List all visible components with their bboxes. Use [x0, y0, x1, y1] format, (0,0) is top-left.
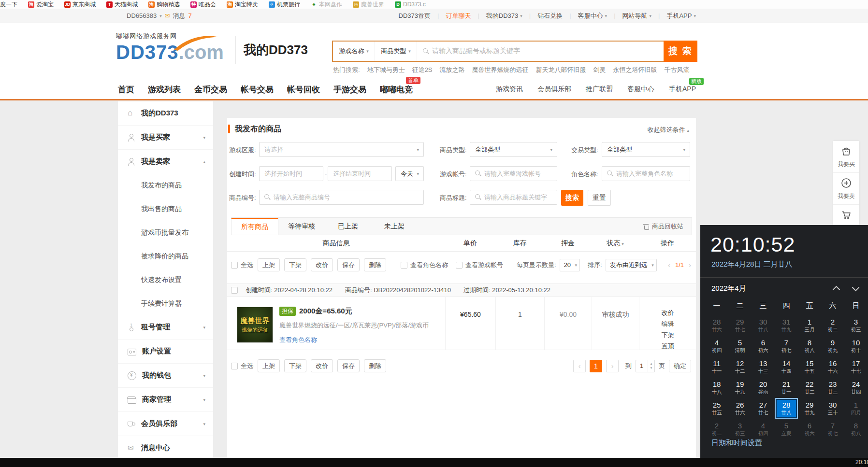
product-tab[interactable]: 所有商品 [231, 218, 278, 235]
hot-keyword-link[interactable]: 流放之路 [440, 66, 465, 74]
calendar-next-month-icon[interactable] [852, 284, 860, 292]
calendar-day-cell[interactable]: 10 初十 [844, 336, 868, 356]
row-checkbox[interactable] [231, 287, 238, 294]
hot-keyword-link[interactable]: 魔兽世界燃烧的远征 [472, 66, 529, 74]
bookmark-item[interactable]: ♣ 本网盘作 [311, 0, 342, 9]
calendar-day-cell[interactable]: 19 十九 [728, 377, 752, 398]
calendar-day-cell[interactable]: 30 廿八 [752, 315, 775, 336]
select-all-checkbox[interactable] [231, 363, 238, 369]
bulk-action-button[interactable]: 删除 [364, 359, 386, 372]
search-input[interactable]: 请输入商品编号或标题关键字 [417, 47, 664, 56]
per-page-select[interactable]: 20 [560, 259, 580, 271]
bulk-action-button[interactable]: 上架 [258, 258, 280, 271]
sidebar-item[interactable]: 商家管理 [118, 387, 213, 411]
nav-secondary-item[interactable]: 游戏资讯 [496, 85, 523, 94]
sort-select[interactable]: 发布由近到远 [606, 259, 657, 271]
sidebar-item[interactable]: 被求降价的商品 [118, 244, 213, 268]
user-bar-link[interactable]: 订单聊天 [431, 12, 471, 20]
product-tab[interactable]: 等待审核 [278, 218, 325, 235]
calendar-day-cell[interactable]: 5 清明 [728, 336, 752, 356]
calendar-day-cell[interactable]: 8 初八 [798, 336, 821, 356]
calendar-day-cell[interactable]: 30 三十 [821, 398, 844, 419]
cart-button[interactable] [833, 204, 859, 226]
sidebar-item[interactable]: 快速发布设置 [118, 268, 213, 292]
product-tab[interactable]: 未上架 [371, 218, 418, 235]
calendar-prev-month-icon[interactable] [833, 286, 840, 294]
nav-item[interactable]: 帐号回收 [287, 84, 320, 95]
sidebar-item[interactable]: 游戏币批量发布 [118, 221, 213, 244]
hot-keyword-link[interactable]: 征途2S [412, 66, 433, 74]
prev-page-button[interactable]: ‹ [573, 360, 586, 372]
sidebar-item[interactable]: 手续费计算器 [118, 292, 213, 315]
role-name-input[interactable]: 请输入完整角色名称 [602, 166, 690, 181]
calendar-day-cell[interactable]: 16 十六 [821, 356, 844, 377]
nav-item[interactable]: 首页 [118, 84, 134, 95]
taskbar-clock[interactable]: 20:10 [855, 459, 868, 466]
username[interactable]: DD656383 [127, 12, 157, 19]
calendar-day-cell[interactable]: 4 初四 [705, 336, 728, 356]
calendar-day-cell[interactable]: 6 初六 [798, 419, 821, 439]
view-account-checkbox[interactable] [456, 262, 463, 269]
calendar-day-cell[interactable]: 2 初二 [821, 315, 844, 336]
nav-secondary-item[interactable]: 客服中心 [627, 85, 654, 94]
quick-date-select[interactable]: 今天 [395, 166, 424, 181]
calendar-day-cell[interactable]: 7 初七 [775, 336, 798, 356]
bookmark-item[interactable]: T 天猫商城 [106, 0, 138, 9]
calendar-month-label[interactable]: 2022年4月 [711, 284, 746, 293]
sidebar-item[interactable]: 我的DD373 [118, 101, 213, 125]
product-action-link[interactable]: 置顶 [662, 342, 674, 351]
bulk-action-button[interactable]: 保存 [337, 359, 360, 372]
next-page-button[interactable]: › [606, 360, 619, 372]
bookmark-item[interactable]: ✈ 机票旅行 [269, 0, 300, 9]
collapse-filters-link[interactable]: 收起筛选条件 [647, 126, 689, 134]
calendar-day-cell[interactable]: 22 廿二 [798, 377, 821, 398]
recycle-bin-link[interactable]: 商品回收站 [643, 222, 683, 231]
calendar-day-cell[interactable]: 11 十一 [705, 356, 728, 377]
sidebar-item[interactable]: 我是买家 [118, 125, 213, 149]
user-bar-link[interactable]: 钻石兑换 [522, 12, 563, 20]
calendar-day-cell[interactable]: 25 廿五 [705, 398, 728, 419]
prev-page-arrow[interactable]: ‹ [668, 261, 670, 269]
dd373-logo[interactable]: 嘟嘟网络游戏服务网 DD373.com [116, 32, 232, 63]
select-all-checkbox[interactable] [231, 262, 238, 269]
user-bar-link[interactable]: 我的DD373 ▾ [471, 12, 522, 20]
calendar-day-cell[interactable]: 2 初二 [705, 419, 728, 439]
sidebar-item[interactable]: 我出售的商品 [118, 197, 213, 221]
product-action-link[interactable]: 下架 [662, 331, 674, 340]
trade-type-select[interactable]: 全部类型 [602, 142, 690, 157]
user-bar-link[interactable]: 客服中心 ▾ [563, 12, 607, 20]
bulk-action-button[interactable]: 改价 [311, 258, 333, 271]
bulk-action-button[interactable]: 改价 [311, 359, 333, 372]
bulk-action-button[interactable]: 下架 [284, 258, 306, 271]
calendar-day-cell[interactable]: 7 初七 [821, 419, 844, 439]
view-role-checkbox[interactable] [401, 262, 407, 269]
nav-item[interactable]: 嘟嘟电竞 首单 [380, 84, 413, 95]
bookmark-item[interactable]: 淘 购物精选 [148, 0, 180, 9]
product-sn-input[interactable]: 请输入完整商品编号 [259, 190, 424, 205]
message-count-badge[interactable]: 7 [188, 12, 192, 19]
game-area-select[interactable]: 请选择 [259, 142, 424, 157]
bookmark-item[interactable]: 度一下 [0, 0, 17, 9]
end-time-input[interactable]: 选择结束时间 [328, 166, 392, 181]
calendar-day-cell[interactable]: 15 十五 [798, 356, 821, 377]
calendar-day-cell[interactable]: 13 十三 [752, 356, 775, 377]
calendar-day-cell[interactable]: 27 廿七 [752, 398, 775, 419]
game-account-input[interactable]: 请输入完整游戏帐号 [470, 166, 557, 181]
calendar-day-cell[interactable]: 28 廿六 [705, 315, 728, 336]
calendar-day-cell[interactable]: 18 十八 [705, 377, 728, 398]
product-action-link[interactable]: 编辑 [662, 320, 674, 328]
sidebar-item[interactable]: 我发布的商品 [118, 173, 213, 197]
bookmark-item[interactable]: JD 京东商城 [64, 0, 96, 9]
page-number-input[interactable]: 1 ▲▼ [636, 360, 655, 372]
nav-item[interactable]: 金币交易 [194, 84, 227, 95]
current-page-button[interactable]: 1 [590, 360, 602, 372]
calendar-day-cell[interactable]: 8 初八 [844, 419, 868, 439]
sidebar-item[interactable]: 我的钱包 [118, 363, 213, 387]
product-title-input[interactable]: 请输入商品标题关键字 [470, 190, 557, 205]
hot-keyword-link[interactable]: 千古风流 [665, 66, 690, 74]
calendar-day-cell[interactable]: 31 廿九 [775, 315, 798, 336]
nav-item[interactable]: 游戏列表 [148, 84, 181, 95]
sidebar-item[interactable]: 会员俱乐部 [118, 411, 213, 436]
bulk-action-button[interactable]: 上架 [258, 359, 280, 372]
sidebar-item[interactable]: 租号管理 [118, 315, 213, 339]
